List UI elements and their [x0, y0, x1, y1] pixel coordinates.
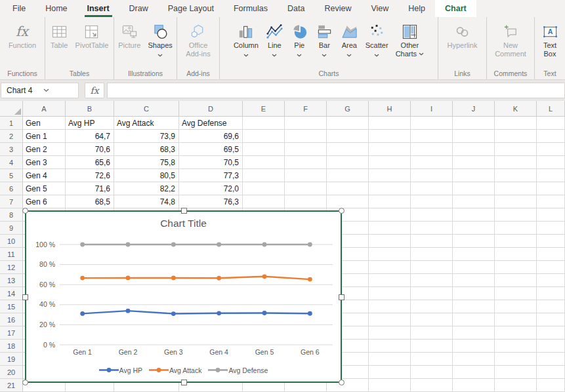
- cell-h12[interactable]: [369, 261, 411, 274]
- cell-j7[interactable]: [453, 195, 495, 208]
- cell-k10[interactable]: [495, 235, 537, 248]
- row-header-14[interactable]: 14: [0, 287, 23, 300]
- formula-input[interactable]: [107, 83, 565, 98]
- cell-e7[interactable]: [243, 195, 285, 208]
- cell-c4[interactable]: 75,8: [114, 156, 179, 169]
- chart-resize-handle-middle-right[interactable]: [339, 294, 345, 300]
- chart-legend[interactable]: Avg HPAvg AttackAvg Defense: [26, 366, 341, 374]
- cell-l11[interactable]: [537, 248, 565, 261]
- chart-resize-handle-bottom-left[interactable]: [22, 380, 28, 385]
- cell-h14[interactable]: [369, 287, 411, 300]
- column-header-j[interactable]: J: [453, 101, 495, 117]
- cell-f6[interactable]: [285, 182, 327, 195]
- cell-k21[interactable]: [495, 379, 537, 392]
- row-header-13[interactable]: 13: [0, 274, 23, 287]
- cell-j2[interactable]: [453, 130, 495, 143]
- ribbon-scatter-button[interactable]: Scatter: [362, 22, 392, 55]
- cell-l21[interactable]: [537, 379, 565, 392]
- chevron-down-icon[interactable]: [374, 51, 379, 55]
- cell-h4[interactable]: [369, 156, 411, 169]
- cell-d5[interactable]: 77,3: [179, 169, 243, 182]
- cell-h21[interactable]: [369, 379, 411, 392]
- cell-k8[interactable]: [495, 208, 537, 222]
- row-header-20[interactable]: 20: [0, 366, 23, 379]
- row-header-10[interactable]: 10: [0, 235, 23, 248]
- cell-l13[interactable]: [537, 274, 565, 287]
- cell-j13[interactable]: [453, 274, 495, 287]
- cell-f2[interactable]: [285, 130, 327, 143]
- cell-k16[interactable]: [495, 313, 537, 326]
- cell-e5[interactable]: [243, 169, 285, 182]
- cell-i18[interactable]: [411, 340, 453, 353]
- chart-title[interactable]: Chart Title: [26, 218, 341, 229]
- cell-f7[interactable]: [285, 195, 327, 208]
- cell-i7[interactable]: [411, 195, 453, 208]
- cell-h3[interactable]: [369, 143, 411, 156]
- tab-draw[interactable]: Draw: [119, 0, 158, 17]
- cell-h13[interactable]: [369, 274, 411, 287]
- cell-h1[interactable]: [369, 117, 411, 130]
- chevron-down-icon[interactable]: [243, 51, 249, 55]
- cell-h15[interactable]: [369, 300, 411, 313]
- cell-i21[interactable]: [411, 379, 453, 392]
- cell-i4[interactable]: [411, 156, 453, 169]
- tab-chart[interactable]: Chart: [435, 0, 476, 17]
- tab-view[interactable]: View: [361, 0, 398, 17]
- cell-k13[interactable]: [495, 274, 537, 287]
- row-header-7[interactable]: 7: [0, 195, 23, 208]
- cell-j16[interactable]: [453, 313, 495, 326]
- cell-l20[interactable]: [537, 366, 565, 379]
- cell-l2[interactable]: [537, 130, 565, 143]
- cell-b4[interactable]: 65,6: [66, 156, 114, 169]
- cell-f3[interactable]: [285, 143, 327, 156]
- row-header-21[interactable]: 21: [0, 379, 23, 392]
- column-header-d[interactable]: D: [179, 101, 243, 117]
- cell-a5[interactable]: Gen 4: [23, 169, 66, 182]
- embedded-chart[interactable]: Chart Title 0 %20 %40 %60 %80 %100 %Gen …: [25, 210, 342, 383]
- cell-h19[interactable]: [369, 353, 411, 366]
- legend-item-avg-hp[interactable]: Avg HP: [99, 366, 142, 374]
- cell-j11[interactable]: [453, 248, 495, 261]
- ribbon-text-box-button[interactable]: ATextBox: [538, 22, 562, 58]
- cell-l8[interactable]: [537, 208, 565, 222]
- chart-resize-handle-bottom-right[interactable]: [339, 380, 345, 385]
- cell-a3[interactable]: Gen 2: [23, 143, 66, 156]
- cell-a7[interactable]: Gen 6: [23, 195, 66, 208]
- column-header-b[interactable]: B: [66, 101, 114, 117]
- column-header-a[interactable]: A: [23, 101, 66, 117]
- cell-i3[interactable]: [411, 143, 453, 156]
- cell-k3[interactable]: [495, 143, 537, 156]
- cell-e6[interactable]: [243, 182, 285, 195]
- cell-h6[interactable]: [369, 182, 411, 195]
- cell-g2[interactable]: [327, 130, 369, 143]
- legend-item-avg-defense[interactable]: Avg Defense: [208, 366, 268, 374]
- column-header-f[interactable]: F: [285, 101, 327, 117]
- cell-l17[interactable]: [537, 326, 565, 340]
- cell-c6[interactable]: 82,2: [114, 182, 179, 195]
- ribbon-other-charts-button[interactable]: OtherCharts: [392, 22, 427, 58]
- cell-l1[interactable]: [537, 117, 565, 130]
- column-header-h[interactable]: H: [369, 101, 411, 117]
- cell-h7[interactable]: [369, 195, 411, 208]
- cell-e4[interactable]: [243, 156, 285, 169]
- row-header-11[interactable]: 11: [0, 248, 23, 261]
- cell-i17[interactable]: [411, 326, 453, 340]
- cell-d1[interactable]: Avg Defense: [179, 117, 243, 130]
- cell-k14[interactable]: [495, 287, 537, 300]
- row-header-12[interactable]: 12: [0, 261, 23, 274]
- cell-a2[interactable]: Gen 1: [23, 130, 66, 143]
- row-header-17[interactable]: 17: [0, 326, 23, 340]
- cell-j18[interactable]: [453, 340, 495, 353]
- row-header-9[interactable]: 9: [0, 222, 23, 235]
- cell-i12[interactable]: [411, 261, 453, 274]
- cell-d7[interactable]: 76,3: [179, 195, 243, 208]
- cell-i10[interactable]: [411, 235, 453, 248]
- cell-i8[interactable]: [411, 208, 453, 222]
- cell-i2[interactable]: [411, 130, 453, 143]
- cell-j1[interactable]: [453, 117, 495, 130]
- cell-j4[interactable]: [453, 156, 495, 169]
- tab-review[interactable]: Review: [314, 0, 361, 17]
- cell-i16[interactable]: [411, 313, 453, 326]
- cell-l6[interactable]: [537, 182, 565, 195]
- cell-k19[interactable]: [495, 353, 537, 366]
